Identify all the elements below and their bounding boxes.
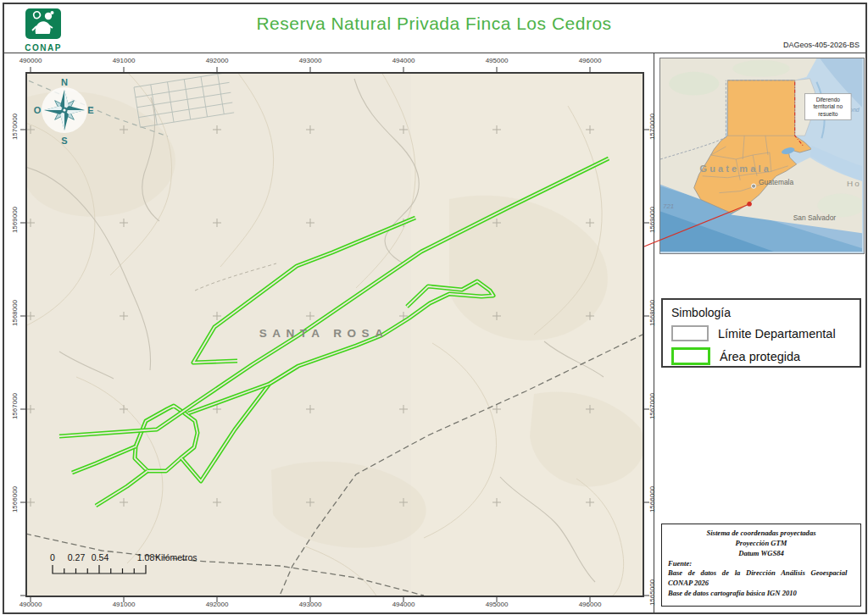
source-line: CONAP 2026	[668, 579, 854, 589]
axis-label: 1567000	[11, 381, 19, 432]
compass-n: N	[61, 77, 68, 87]
axis-label: 496000	[565, 57, 615, 64]
inset-note-box: Diferendo territorial no resuelto	[805, 94, 852, 120]
axis-label: 1569000	[648, 195, 656, 246]
inset-honduras-label: Ho	[847, 179, 861, 188]
axis-label: 495000	[471, 57, 522, 64]
inset-note-line: Diferendo	[816, 97, 841, 102]
scalebar-tick-label: 1.08	[137, 552, 155, 562]
doc-code: DAGeos-405-2026-BS	[614, 41, 860, 49]
page-title: Reserva Natural Privada Finca Los Cedros	[0, 14, 868, 34]
scalebar-tick-label: 0.27	[68, 552, 86, 562]
inset-note-line: resuelto	[818, 111, 838, 117]
crs-line: Proyección GTM	[668, 539, 854, 549]
map-canvas: SANTA ROSA N E S O 0 0.27	[25, 72, 644, 597]
inset-note-line: territorial no	[814, 103, 843, 109]
legend-title: Simbología	[671, 306, 851, 319]
map-info-box: Sistema de coordenadas proyectadas Proye…	[661, 524, 861, 607]
bottom-axis: 490000 491000 492000 493000 494000 49500…	[25, 601, 644, 611]
place-label: SANTA ROSA	[259, 327, 389, 340]
axis-label: 493000	[285, 601, 336, 608]
compass-s: S	[61, 136, 67, 146]
axis-label: 1570000	[648, 102, 656, 152]
legend-item-departmental: Límite Departamental	[671, 325, 851, 341]
left-axis: 1570000 1569000 1568000 1567000 1566000	[8, 72, 22, 614]
scalebar-tick-label: 0.54	[92, 552, 109, 562]
axis-label: 1566000	[11, 474, 19, 525]
axis-label: 492000	[192, 57, 242, 64]
legend-swatch-departmental	[671, 325, 709, 341]
source-line: Base de datos de la Dirección Análisis G…	[668, 568, 854, 579]
axis-label: 491000	[98, 57, 149, 64]
map-graphic: SANTA ROSA N E S O 0 0.27	[27, 74, 643, 596]
legend: Simbología Límite Departamental Área pro…	[661, 298, 861, 368]
axis-label: 496000	[565, 601, 615, 608]
axis-label: 1568000	[648, 288, 656, 339]
axis-label: 1565000	[648, 568, 656, 615]
map-sheet: CONAP Reserva Natural Privada Finca Los …	[0, 0, 868, 615]
conap-logo-caption: CONAP	[17, 43, 70, 53]
compass-e: E	[87, 105, 93, 115]
source-line: Base de datos cartografía básica IGN 201…	[668, 589, 854, 599]
inset-country-label: Guatemala	[700, 163, 771, 174]
legend-item-protected: Área protegida	[671, 347, 851, 365]
axis-label: 1568000	[11, 288, 19, 339]
legend-label: Área protegida	[720, 350, 800, 363]
right-axis: 1570000 1569000 1568000 1567000 1566000 …	[646, 72, 659, 614]
axis-label: 494000	[378, 601, 429, 608]
inset-depth-label: 721	[663, 202, 674, 210]
legend-swatch-protected	[671, 347, 710, 365]
axis-label: 495000	[471, 601, 522, 608]
axis-label: 1567000	[648, 381, 656, 432]
axis-label: 494000	[378, 57, 429, 64]
axis-label: 493000	[285, 57, 336, 64]
inset-city-label: San Salvador	[793, 213, 837, 222]
inset-map: Guatemala Guatemala San Salvador Ho Hond…	[659, 58, 865, 254]
header-divider	[3, 53, 865, 53]
axis-label: 490000	[5, 57, 56, 64]
legend-label: Límite Departamental	[718, 327, 836, 341]
axis-label: 491000	[98, 601, 149, 608]
axis-label: 1566000	[648, 474, 656, 525]
crs-line: Sistema de coordenadas proyectadas	[668, 529, 854, 539]
scalebar-unit: Kilómetros	[155, 552, 198, 562]
source-line: Fuente:	[668, 559, 854, 569]
inset-capital-dot	[752, 184, 756, 188]
crs-line: Datum WGS84	[668, 549, 854, 559]
top-axis: 490000 491000 492000 493000 494000 49500…	[25, 57, 644, 67]
scalebar-tick-label: 0	[50, 552, 55, 562]
compass-o: O	[34, 105, 42, 115]
axis-label: 1569000	[11, 195, 19, 246]
axis-label: 492000	[192, 601, 242, 608]
axis-label: 1570000	[11, 102, 19, 152]
inset-map-graphic: Guatemala Guatemala San Salvador Ho Hond…	[660, 58, 862, 252]
inset-location-dot	[748, 202, 752, 206]
inset-capital-label: Guatemala	[759, 178, 793, 186]
